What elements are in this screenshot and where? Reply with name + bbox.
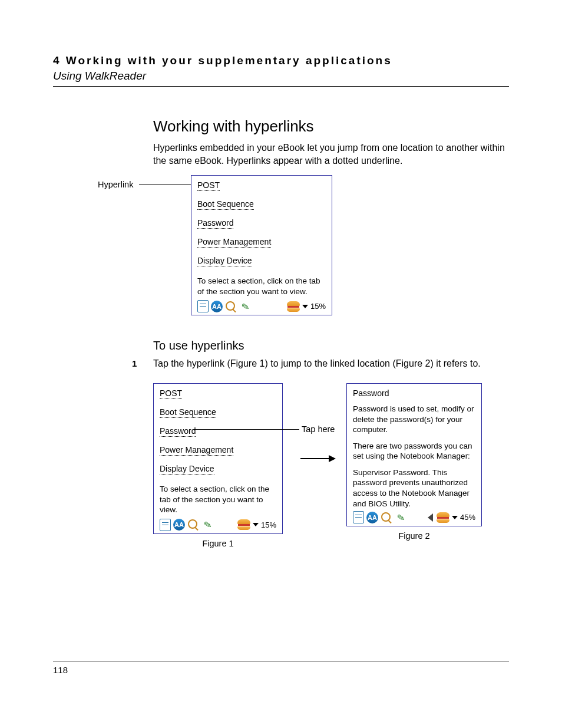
font-size-icon[interactable]: AA — [366, 512, 378, 523]
figure2-caption: Figure 2 — [346, 531, 482, 541]
callout-hyperlink-line — [139, 185, 191, 185]
caret-down-icon — [452, 516, 458, 519]
running-header: 4 Working with your supplementary applic… — [53, 54, 509, 87]
search-icon[interactable] — [187, 519, 199, 531]
ebook-toolbar: AA ✎ 15% — [197, 300, 326, 312]
progress-percent: 15% — [310, 302, 326, 311]
fig2-title: Password — [353, 388, 475, 398]
document-icon[interactable] — [160, 519, 171, 531]
callout-tap-here: Tap here — [302, 424, 335, 434]
font-size-icon[interactable]: AA — [211, 301, 223, 312]
ebook-toolbar: AA ✎ 15% — [160, 519, 276, 531]
footer-rule — [53, 661, 509, 661]
progress-dropdown[interactable]: 45% — [452, 513, 475, 522]
ebook-toolbar: AA ✎ 45% — [353, 511, 475, 523]
step-text: Tap the hyperlink (Figure 1) to jump to … — [153, 358, 509, 369]
fig2-para2: There are two passwords you can set usin… — [353, 441, 475, 462]
pen-icon[interactable]: ✎ — [200, 518, 214, 532]
instruction-text: To select a section, click on the tab of… — [197, 276, 326, 297]
font-size-icon[interactable]: AA — [173, 519, 185, 531]
fig2-para1: Password is used to set, modify or delet… — [353, 404, 475, 435]
back-icon[interactable] — [428, 513, 433, 522]
caret-down-icon — [253, 523, 259, 526]
caret-down-icon — [302, 305, 308, 308]
progress-percent: 15% — [261, 521, 276, 529]
instruction-text: To select a section, click on the tab of… — [160, 484, 276, 515]
pen-icon[interactable]: ✎ — [394, 510, 407, 524]
menu-icon[interactable] — [237, 519, 250, 530]
progress-dropdown[interactable]: 15% — [302, 302, 326, 311]
hyperlink-item[interactable]: Power Management — [160, 445, 233, 456]
intro-paragraph: Hyperlinks embedded in your eBook let yo… — [153, 141, 509, 167]
chapter-title: 4 Working with your supplementary applic… — [53, 54, 509, 67]
hyperlink-item[interactable]: POST — [197, 180, 220, 191]
subhead-to-use: To use hyperlinks — [153, 339, 509, 353]
page-number: 118 — [53, 665, 509, 675]
hyperlink-item[interactable]: Password — [160, 426, 196, 437]
step-number: 1 — [132, 358, 137, 368]
hyperlink-item[interactable]: Power Management — [197, 237, 271, 248]
search-icon[interactable] — [225, 301, 237, 312]
section-subtitle: Using WalkReader — [53, 70, 509, 83]
document-icon[interactable] — [353, 511, 364, 523]
fig2-para3: Supervisor Password. This password preve… — [353, 467, 475, 509]
ebook-screenshot-fig1: POST Boot Sequence Password Power Manage… — [153, 383, 283, 534]
pen-icon[interactable]: ✎ — [238, 299, 252, 313]
hyperlink-item[interactable]: Display Device — [160, 464, 214, 475]
page-title: Working with hyperlinks — [153, 117, 509, 136]
menu-icon[interactable] — [287, 301, 300, 312]
progress-percent: 45% — [460, 513, 475, 522]
menu-icon[interactable] — [437, 512, 449, 523]
hyperlink-item[interactable]: Boot Sequence — [197, 199, 254, 210]
figure-main-wrap: Hyperlink POST Boot Sequence Password Po… — [153, 175, 509, 322]
figure1-caption: Figure 1 — [153, 539, 283, 548]
callout-taphere-line — [193, 429, 299, 430]
document-icon[interactable] — [197, 300, 209, 312]
figures-row: POST Boot Sequence Password Power Manage… — [53, 383, 509, 542]
header-rule — [53, 86, 509, 87]
hyperlink-item[interactable]: Display Device — [197, 256, 252, 266]
arrow-right-icon — [300, 453, 336, 463]
search-icon[interactable] — [381, 512, 392, 523]
step-row: 1 Tap the hyperlink (Figure 1) to jump t… — [132, 358, 509, 369]
hyperlink-item[interactable]: Boot Sequence — [160, 407, 216, 418]
callout-hyperlink: Hyperlink — [98, 180, 133, 189]
page-footer: 118 — [53, 661, 509, 675]
progress-dropdown[interactable]: 15% — [253, 521, 276, 529]
ebook-screenshot-main: POST Boot Sequence Password Power Manage… — [191, 175, 332, 315]
hyperlink-item[interactable]: POST — [160, 388, 182, 399]
ebook-screenshot-fig2: Password Password is used to set, modify… — [346, 383, 482, 526]
hyperlink-item[interactable]: Password — [197, 218, 233, 229]
